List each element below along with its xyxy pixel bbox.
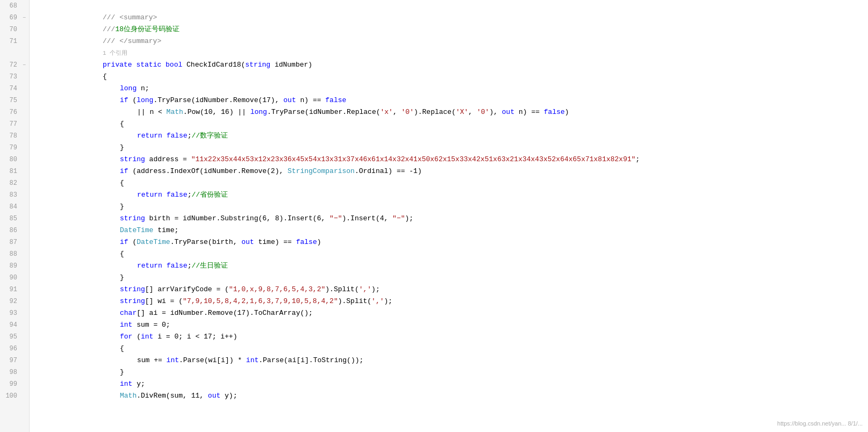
code-line-76: || n < Math .Pow(10, 16) || long .TryPar… <box>34 106 868 118</box>
code-line-82: { <box>34 177 868 189</box>
line-82: 82 <box>0 177 29 189</box>
code-line-refcount: 1 个引用 <box>34 47 868 59</box>
line-numbers: 68 69 − 70 71 72 − 73 74 <box>0 0 30 432</box>
code-line-78: return false ; //数字验证 <box>34 130 868 142</box>
code-line-96: { <box>34 343 868 355</box>
code-line-69: /// <summary> <box>34 12 868 24</box>
line-refcount <box>0 47 29 59</box>
code-line-95: for ( int i = 0; i < 17; i++) <box>34 331 868 343</box>
code-line-100: Math .DivRem(sum, 11, out y); <box>34 390 868 402</box>
code-line-71: /// </summary> <box>34 35 868 47</box>
code-line-93: char [] ai = idNumber.Remove(17).ToCharA… <box>34 307 868 319</box>
line-91: 91 <box>0 284 29 296</box>
line-71: 71 <box>0 35 29 47</box>
line-69: 69 − <box>0 12 29 24</box>
code-line-99: int y; <box>34 378 868 390</box>
code-line-68 <box>34 0 868 12</box>
line-73: 73 <box>0 71 29 83</box>
line-92: 92 <box>0 296 29 307</box>
line-75: 75 <box>0 95 29 106</box>
line-77: 77 <box>0 118 29 130</box>
line-100: 100 <box>0 390 29 402</box>
code-line-81: if (address.IndexOf(idNumber.Remove(2), … <box>34 165 868 177</box>
line-94: 94 <box>0 319 29 331</box>
line-98: 98 <box>0 366 29 378</box>
code-line-98: } <box>34 366 868 378</box>
code-line-83: return false ; //省份验证 <box>34 189 868 201</box>
line-93: 93 <box>0 307 29 319</box>
code-line-92: string [] wi = ( "7,9,10,5,8,4,2,1,6,3,7… <box>34 296 868 307</box>
line-85: 85 <box>0 213 29 225</box>
line-83: 83 <box>0 189 29 201</box>
code-line-94: int sum = 0; <box>34 319 868 331</box>
line-76: 76 <box>0 106 29 118</box>
line-79: 79 <box>0 142 29 154</box>
line-70: 70 <box>0 24 29 35</box>
code-line-85: string birth = idNumber.Substring(6, 8).… <box>34 213 868 225</box>
line-96: 96 <box>0 343 29 355</box>
line-78: 78 <box>0 130 29 142</box>
code-line-87: if ( DateTime .TryParse(birth, out time)… <box>34 236 868 248</box>
code-line-91: string [] arrVarifyCode = ( "1,0,x,9,8,7… <box>34 284 868 296</box>
code-line-90: } <box>34 272 868 284</box>
code-line-72: private static bool CheckIdCard18( strin… <box>34 59 868 71</box>
code-line-88: { <box>34 248 868 260</box>
line-80: 80 <box>0 154 29 165</box>
line-88: 88 <box>0 248 29 260</box>
code-line-84: } <box>34 201 868 213</box>
line-90: 90 <box>0 272 29 284</box>
line-89: 89 <box>0 260 29 272</box>
code-line-79: } <box>34 142 868 154</box>
line-86: 86 <box>0 225 29 236</box>
code-line-77: { <box>34 118 868 130</box>
line-95: 95 <box>0 331 29 343</box>
code-line-80: string address = "11x22x35x44x53x12x23x3… <box>34 154 868 165</box>
code-line-75: if ( long .TryParse(idNumber.Remove(17),… <box>34 95 868 106</box>
line-74: 74 <box>0 83 29 95</box>
line-99: 99 <box>0 378 29 390</box>
line-68: 68 <box>0 0 29 12</box>
line-72: 72 − <box>0 59 29 71</box>
line-97: 97 <box>0 355 29 366</box>
code-line-89: return false ; //生日验证 <box>34 260 868 272</box>
code-editor: 68 69 − 70 71 72 − 73 74 <box>0 0 868 432</box>
code-line-74: long n; <box>34 83 868 95</box>
line-87: 87 <box>0 236 29 248</box>
code-content: /// <summary> /// 18位身份证号码验证 /// </summa… <box>30 0 868 432</box>
code-line-86: DateTime time; <box>34 225 868 236</box>
watermark: https://blog.csdn.net/yan... 8/1/... <box>777 420 863 427</box>
code-line-73: { <box>34 71 868 83</box>
line-84: 84 <box>0 201 29 213</box>
code-line-70: /// 18位身份证号码验证 <box>34 24 868 35</box>
code-line-97: sum += int .Parse(wi[i]) * int .Parse(ai… <box>34 355 868 366</box>
line-81: 81 <box>0 165 29 177</box>
